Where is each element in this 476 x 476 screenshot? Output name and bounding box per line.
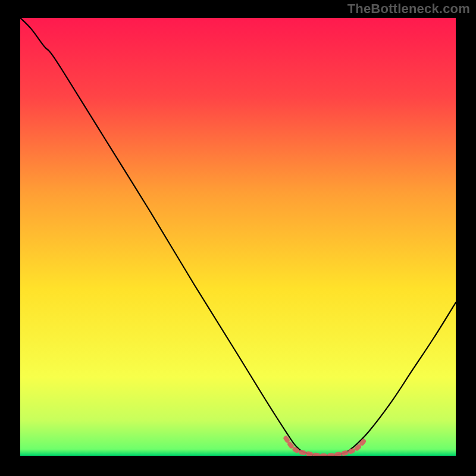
bottleneck-chart (20, 18, 456, 456)
chart-container: TheBottleneck.com (0, 0, 476, 476)
watermark-text: TheBottleneck.com (347, 1, 470, 17)
gradient-background (20, 18, 456, 456)
plot-area (20, 18, 456, 456)
